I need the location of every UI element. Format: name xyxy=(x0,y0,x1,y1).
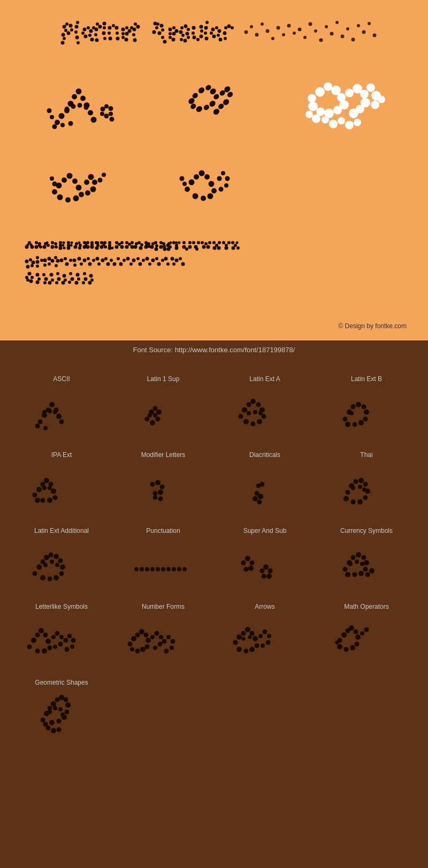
svg-point-649 xyxy=(64,698,68,702)
font-title-svg xyxy=(32,16,396,59)
svg-point-358 xyxy=(36,260,40,264)
svg-point-32 xyxy=(108,32,111,35)
charset-item-superandsub: Super And Sub xyxy=(214,522,316,598)
svg-point-451 xyxy=(53,410,57,414)
svg-point-536 xyxy=(43,563,48,567)
svg-point-110 xyxy=(303,36,307,39)
svg-point-318 xyxy=(167,247,171,251)
svg-point-522 xyxy=(358,485,362,489)
svg-point-8 xyxy=(61,41,65,45)
svg-point-1 xyxy=(64,29,67,32)
svg-point-226 xyxy=(218,187,223,192)
charset-glyph-letterlikesymbols xyxy=(21,615,102,663)
svg-point-191 xyxy=(312,114,320,123)
svg-point-128 xyxy=(72,94,77,99)
svg-point-381 xyxy=(96,257,100,261)
svg-point-400 xyxy=(155,257,158,260)
svg-point-420 xyxy=(43,281,47,284)
charset-label-latinextadd: Latin Ext Additional xyxy=(34,527,89,534)
svg-point-448 xyxy=(59,420,64,424)
svg-point-504 xyxy=(158,497,163,501)
svg-point-43 xyxy=(121,36,125,39)
svg-point-52 xyxy=(155,26,158,29)
svg-point-631 xyxy=(341,632,347,638)
svg-point-10 xyxy=(75,25,79,29)
svg-point-430 xyxy=(69,272,72,275)
svg-point-648 xyxy=(59,695,64,700)
svg-point-342 xyxy=(217,246,221,250)
preview-glyph-2 xyxy=(177,80,251,144)
svg-point-303 xyxy=(146,244,148,246)
svg-point-604 xyxy=(158,642,163,647)
svg-point-99 xyxy=(244,30,248,34)
svg-point-398 xyxy=(148,262,151,266)
svg-point-102 xyxy=(261,22,264,26)
svg-point-568 xyxy=(345,572,350,577)
svg-point-557 xyxy=(266,574,272,579)
svg-point-378 xyxy=(87,257,90,260)
svg-point-346 xyxy=(225,246,228,250)
svg-point-662 xyxy=(57,727,62,732)
svg-point-195 xyxy=(62,177,67,183)
svg-point-582 xyxy=(35,649,40,654)
modletters-glyph-svg xyxy=(131,466,195,508)
svg-point-242 xyxy=(47,244,50,247)
svg-point-373 xyxy=(73,259,77,262)
svg-point-579 xyxy=(45,639,51,644)
svg-point-213 xyxy=(188,180,194,185)
svg-point-379 xyxy=(88,262,92,266)
svg-point-39 xyxy=(125,26,128,29)
svg-point-12 xyxy=(75,36,79,40)
charset-label-ascii: ASCII xyxy=(53,375,70,383)
svg-point-596 xyxy=(139,629,144,634)
svg-point-513 xyxy=(354,479,358,484)
svg-point-143 xyxy=(100,112,104,116)
svg-point-375 xyxy=(78,257,81,261)
svg-point-69 xyxy=(187,28,190,31)
svg-point-348 xyxy=(236,242,239,244)
svg-point-607 xyxy=(130,647,134,652)
preview-glyph-4 xyxy=(174,154,254,219)
svg-point-554 xyxy=(260,569,265,574)
svg-point-235 xyxy=(35,245,39,249)
svg-point-100 xyxy=(250,25,253,28)
svg-point-412 xyxy=(30,276,34,279)
svg-point-215 xyxy=(198,170,204,176)
latin1sup-glyph-svg xyxy=(131,390,195,432)
svg-point-525 xyxy=(36,564,42,570)
svg-point-332 xyxy=(195,247,198,251)
svg-point-606 xyxy=(135,649,140,654)
svg-point-243 xyxy=(51,241,54,244)
svg-point-405 xyxy=(171,257,174,261)
top-preview-section: © Design by fontke.com xyxy=(0,0,428,340)
font-title-area xyxy=(21,16,407,61)
svg-point-94 xyxy=(224,26,227,29)
svg-point-297 xyxy=(140,243,143,246)
svg-point-550 xyxy=(245,556,250,561)
svg-point-89 xyxy=(218,29,221,33)
svg-point-660 xyxy=(46,726,51,731)
svg-point-105 xyxy=(277,26,280,30)
svg-point-162 xyxy=(227,92,233,97)
svg-point-4 xyxy=(69,24,73,28)
svg-point-578 xyxy=(43,633,48,638)
svg-point-238 xyxy=(38,244,41,247)
svg-point-114 xyxy=(325,25,328,28)
svg-point-435 xyxy=(75,281,79,285)
svg-point-624 xyxy=(263,630,268,634)
svg-point-176 xyxy=(345,89,354,97)
currencysymbols-glyph-svg xyxy=(334,541,399,584)
svg-point-345 xyxy=(227,241,231,244)
svg-point-151 xyxy=(198,88,205,94)
svg-point-282 xyxy=(108,246,112,250)
svg-point-382 xyxy=(97,262,101,266)
svg-point-423 xyxy=(48,281,52,285)
charset-label-numberforms: Number Forms xyxy=(142,603,185,610)
svg-point-233 xyxy=(30,244,33,246)
svg-point-335 xyxy=(204,242,208,245)
charset-item-mathoperators: Math Operators xyxy=(316,598,417,673)
svg-point-618 xyxy=(253,636,258,641)
svg-point-469 xyxy=(257,419,262,424)
svg-point-519 xyxy=(351,500,356,505)
svg-point-61 xyxy=(172,26,175,29)
